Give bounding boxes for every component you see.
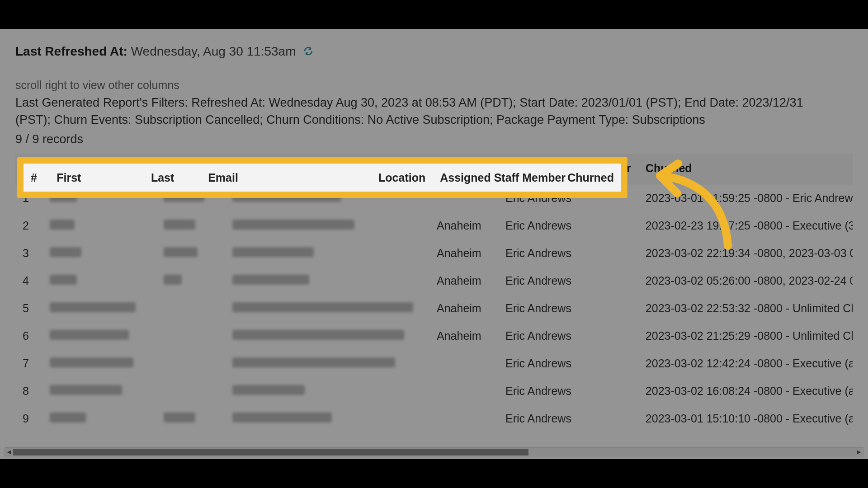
cell-churned: 2023-03-02 16:08:24 -0800 - Executive (a… [638,377,853,405]
table-row[interactable]: 3AnaheimEric Andrews2023-03-02 22:19:34 … [15,239,853,267]
cell-index: 6 [15,322,42,350]
cell-last [156,350,225,377]
table-row[interactable]: 1Eric Andrews2023-03-01 11:59:25 -0800 -… [15,184,853,212]
letterbox-bottom [0,459,868,488]
cell-email [225,350,429,377]
redacted-value [232,357,395,367]
cell-staff: Eric Andrews [498,184,638,212]
letterbox-top [0,0,868,29]
cell-location [429,184,498,212]
redacted-value [164,220,195,230]
redacted-value [50,247,81,257]
table-row[interactable]: 2AnaheimEric Andrews2023-02-23 19:37:25 … [15,212,853,239]
cell-churned: 2023-03-02 05:26:00 -0800, 2023-02-24 03… [638,267,853,295]
col-header-index[interactable]: # [15,154,42,184]
cell-index: 1 [15,184,42,212]
cell-index: 7 [15,350,42,377]
cell-first [42,267,156,295]
cell-churned: 2023-03-01 11:59:25 -0800 - Eric Andrews… [638,184,853,212]
cell-index: 9 [15,405,42,432]
redacted-value [50,192,77,202]
table-header-row: # First Last Email Location Assigned Sta… [15,154,853,184]
cell-location [429,350,498,377]
redacted-value [50,220,75,230]
cell-churned: 2023-02-23 19:37:25 -0800 - Executive (3… [638,212,853,239]
table-row[interactable]: 4AnaheimEric Andrews2023-03-02 05:26:00 … [15,267,853,295]
cell-staff: Eric Andrews [498,377,638,405]
cell-last [156,322,225,350]
cell-first [42,350,156,377]
redacted-value [164,413,195,422]
cell-location: Anaheim [429,212,498,239]
refresh-icon[interactable] [303,46,314,56]
redacted-value [232,247,314,257]
cell-churned: 2023-03-01 15:10:10 -0800 - Executive (a… [638,405,853,432]
cell-staff: Eric Andrews [498,239,638,267]
table-row[interactable]: 5AnaheimEric Andrews2023-03-02 22:53:32 … [15,295,853,322]
last-refreshed-line: Last Refreshed At: Wednesday, Aug 30 11:… [15,44,853,59]
cell-email [225,322,429,350]
cell-index: 3 [15,239,42,267]
cell-churned: 2023-03-02 12:42:24 -0800 - Executive (a… [638,350,853,377]
scroll-hint-text: scroll right to view other columns [15,79,853,92]
table-row[interactable]: 8Eric Andrews2023-03-02 16:08:24 -0800 -… [15,377,853,405]
col-header-churned[interactable]: Churned [638,154,853,184]
report-content: Last Refreshed At: Wednesday, Aug 30 11:… [0,29,868,459]
cell-last [156,212,225,239]
redacted-value [50,357,133,367]
cell-location: Anaheim [429,322,498,350]
cell-location: Anaheim [429,239,498,267]
col-header-email[interactable]: Email [225,154,429,184]
table-row[interactable]: 9Eric Andrews2023-03-01 15:10:10 -0800 -… [15,405,853,432]
redacted-value [164,192,204,202]
col-header-location[interactable]: Location [429,154,498,184]
report-stage: Last Refreshed At: Wednesday, Aug 30 11:… [0,29,868,459]
records-count: 9 / 9 records [15,132,853,146]
cell-email [225,295,429,322]
redacted-value [232,192,341,202]
cell-churned: 2023-03-02 22:53:32 -0800 - Unlimited Cl… [638,295,853,322]
redacted-value [232,330,404,340]
cell-email [225,184,429,212]
cell-last [156,239,225,267]
cell-index: 5 [15,295,42,322]
cell-staff: Eric Andrews [498,350,638,377]
cell-index: 4 [15,267,42,295]
redacted-value [164,247,198,257]
cell-first [42,295,156,322]
cell-location [429,377,498,405]
col-header-staff[interactable]: Assigned Staff Member [498,154,638,184]
cell-location: Anaheim [429,295,498,322]
redacted-value [232,413,332,422]
cell-email [225,377,429,405]
cell-first [42,239,156,267]
cell-email [225,239,429,267]
cell-churned: 2023-03-02 22:19:34 -0800, 2023-03-03 03… [638,239,853,267]
redacted-value [50,302,136,312]
col-header-first[interactable]: First [42,154,156,184]
filters-summary: Last Generated Report's Filters: Refresh… [15,94,838,129]
redacted-value [232,220,354,230]
cell-staff: Eric Andrews [498,267,638,295]
cell-last [156,377,225,405]
cell-email [225,405,429,432]
cell-churned: 2023-03-02 21:25:29 -0800 - Unlimited Cl… [638,322,853,350]
cell-first [42,405,156,432]
last-refreshed-value: Wednesday, Aug 30 11:53am [131,44,296,58]
cell-email [225,212,429,239]
cell-location [429,405,498,432]
table-row[interactable]: 7Eric Andrews2023-03-02 12:42:24 -0800 -… [15,350,853,377]
cell-first [42,212,156,239]
col-header-last[interactable]: Last [156,154,225,184]
cell-staff: Eric Andrews [498,295,638,322]
cell-last [156,295,225,322]
cell-email [225,267,429,295]
table-row[interactable]: 6AnaheimEric Andrews2023-03-02 21:25:29 … [15,322,853,350]
cell-last [156,267,225,295]
redacted-value [232,385,305,395]
cell-staff: Eric Andrews [498,322,638,350]
redacted-value [50,330,129,340]
redacted-value [164,275,182,285]
redacted-value [50,275,77,285]
cell-index: 8 [15,377,42,405]
